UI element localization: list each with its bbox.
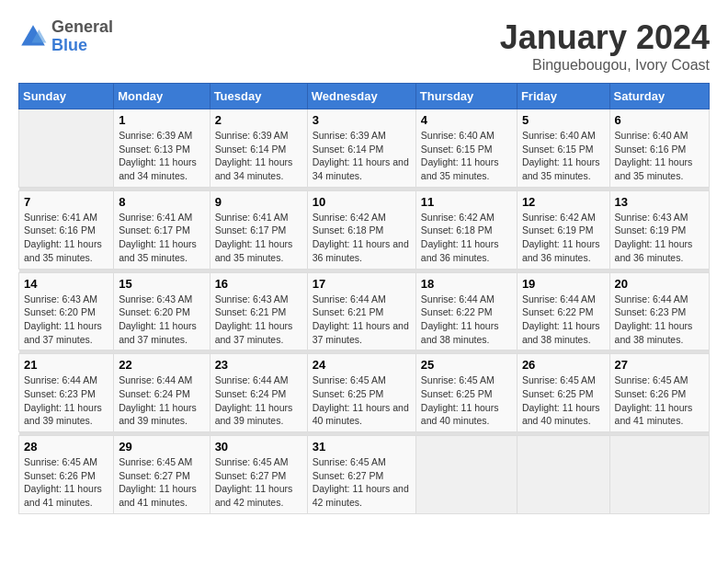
calendar-cell: 7Sunrise: 6:41 AM Sunset: 6:16 PM Daylig… [19, 190, 114, 269]
day-info: Sunrise: 6:45 AM Sunset: 6:25 PM Dayligh… [313, 373, 411, 428]
day-info: Sunrise: 6:41 AM Sunset: 6:17 PM Dayligh… [215, 211, 302, 265]
page-title: January 2024 [500, 18, 710, 57]
day-info: Sunrise: 6:42 AM Sunset: 6:19 PM Dayligh… [522, 211, 605, 265]
calendar-week-row: 1Sunrise: 6:39 AM Sunset: 6:13 PM Daylig… [19, 109, 710, 188]
day-number: 9 [215, 195, 302, 209]
calendar-week-row: 14Sunrise: 6:43 AM Sunset: 6:20 PM Dayli… [19, 272, 710, 350]
day-info: Sunrise: 6:40 AM Sunset: 6:15 PM Dayligh… [421, 129, 512, 183]
calendar-cell: 13Sunrise: 6:43 AM Sunset: 6:19 PM Dayli… [609, 190, 709, 269]
day-info: Sunrise: 6:41 AM Sunset: 6:16 PM Dayligh… [24, 211, 108, 265]
calendar-cell: 26Sunrise: 6:45 AM Sunset: 6:25 PM Dayli… [517, 354, 609, 432]
calendar-cell [517, 436, 609, 514]
calendar-cell: 20Sunrise: 6:44 AM Sunset: 6:23 PM Dayli… [609, 272, 709, 350]
day-info: Sunrise: 6:43 AM Sunset: 6:19 PM Dayligh… [615, 211, 704, 265]
day-number: 17 [313, 277, 411, 291]
day-info: Sunrise: 6:44 AM Sunset: 6:24 PM Dayligh… [215, 373, 302, 428]
day-info: Sunrise: 6:39 AM Sunset: 6:14 PM Dayligh… [215, 129, 302, 183]
calendar-cell: 1Sunrise: 6:39 AM Sunset: 6:13 PM Daylig… [114, 109, 210, 188]
calendar-cell: 30Sunrise: 6:45 AM Sunset: 6:27 PM Dayli… [210, 436, 307, 514]
calendar-cell: 12Sunrise: 6:42 AM Sunset: 6:19 PM Dayli… [517, 190, 609, 269]
day-info: Sunrise: 6:42 AM Sunset: 6:18 PM Dayligh… [421, 211, 512, 265]
day-info: Sunrise: 6:44 AM Sunset: 6:22 PM Dayligh… [522, 293, 605, 347]
day-number: 8 [119, 195, 204, 209]
calendar-cell [415, 436, 517, 514]
logo: General Blue [18, 18, 113, 55]
day-info: Sunrise: 6:45 AM Sunset: 6:26 PM Dayligh… [24, 455, 108, 510]
calendar-week-row: 7Sunrise: 6:41 AM Sunset: 6:16 PM Daylig… [19, 190, 710, 269]
day-info: Sunrise: 6:43 AM Sunset: 6:21 PM Dayligh… [215, 293, 302, 347]
day-number: 21 [24, 358, 108, 372]
header-cell: Saturday [609, 84, 709, 109]
day-number: 1 [119, 113, 204, 127]
calendar-week-row: 21Sunrise: 6:44 AM Sunset: 6:23 PM Dayli… [19, 354, 710, 432]
day-info: Sunrise: 6:40 AM Sunset: 6:16 PM Dayligh… [615, 129, 704, 183]
calendar-cell: 6Sunrise: 6:40 AM Sunset: 6:16 PM Daylig… [609, 109, 709, 188]
day-info: Sunrise: 6:43 AM Sunset: 6:20 PM Dayligh… [24, 293, 108, 347]
day-number: 23 [215, 358, 302, 372]
logo-icon [18, 22, 48, 52]
calendar-cell: 23Sunrise: 6:44 AM Sunset: 6:24 PM Dayli… [210, 354, 307, 432]
calendar-cell: 17Sunrise: 6:44 AM Sunset: 6:21 PM Dayli… [307, 272, 415, 350]
header-cell: Friday [517, 84, 609, 109]
day-number: 29 [119, 440, 204, 454]
day-number: 22 [119, 358, 204, 372]
day-info: Sunrise: 6:40 AM Sunset: 6:15 PM Dayligh… [522, 129, 605, 183]
header-cell: Tuesday [210, 84, 307, 109]
calendar-cell: 25Sunrise: 6:45 AM Sunset: 6:25 PM Dayli… [415, 354, 517, 432]
day-info: Sunrise: 6:42 AM Sunset: 6:18 PM Dayligh… [313, 211, 411, 265]
day-info: Sunrise: 6:45 AM Sunset: 6:27 PM Dayligh… [215, 455, 302, 510]
calendar-week-row: 28Sunrise: 6:45 AM Sunset: 6:26 PM Dayli… [19, 436, 710, 514]
day-info: Sunrise: 6:44 AM Sunset: 6:21 PM Dayligh… [313, 293, 411, 347]
day-number: 2 [215, 113, 302, 127]
day-info: Sunrise: 6:41 AM Sunset: 6:17 PM Dayligh… [119, 211, 204, 265]
day-number: 30 [215, 440, 302, 454]
day-info: Sunrise: 6:44 AM Sunset: 6:23 PM Dayligh… [24, 373, 108, 428]
page-subtitle: Binguebougou, Ivory Coast [500, 57, 710, 74]
calendar-cell [609, 436, 709, 514]
day-number: 12 [522, 195, 605, 209]
day-info: Sunrise: 6:44 AM Sunset: 6:24 PM Dayligh… [119, 373, 204, 428]
calendar-cell: 21Sunrise: 6:44 AM Sunset: 6:23 PM Dayli… [19, 354, 114, 432]
day-number: 28 [24, 440, 108, 454]
calendar-cell: 29Sunrise: 6:45 AM Sunset: 6:27 PM Dayli… [114, 436, 210, 514]
day-number: 25 [421, 358, 512, 372]
day-info: Sunrise: 6:44 AM Sunset: 6:23 PM Dayligh… [615, 293, 704, 347]
day-info: Sunrise: 6:44 AM Sunset: 6:22 PM Dayligh… [421, 293, 512, 347]
calendar-cell: 31Sunrise: 6:45 AM Sunset: 6:27 PM Dayli… [307, 436, 415, 514]
day-number: 5 [522, 113, 605, 127]
logo-general: General [51, 18, 113, 37]
calendar-cell: 11Sunrise: 6:42 AM Sunset: 6:18 PM Dayli… [415, 190, 517, 269]
calendar-cell: 28Sunrise: 6:45 AM Sunset: 6:26 PM Dayli… [19, 436, 114, 514]
day-info: Sunrise: 6:45 AM Sunset: 6:27 PM Dayligh… [313, 455, 411, 510]
day-number: 20 [615, 277, 704, 291]
day-number: 4 [421, 113, 512, 127]
calendar-cell: 16Sunrise: 6:43 AM Sunset: 6:21 PM Dayli… [210, 272, 307, 350]
day-info: Sunrise: 6:43 AM Sunset: 6:20 PM Dayligh… [119, 293, 204, 347]
title-block: January 2024 Binguebougou, Ivory Coast [500, 18, 710, 74]
calendar-cell: 4Sunrise: 6:40 AM Sunset: 6:15 PM Daylig… [415, 109, 517, 188]
day-info: Sunrise: 6:39 AM Sunset: 6:14 PM Dayligh… [313, 129, 411, 183]
day-number: 3 [313, 113, 411, 127]
header-row: SundayMondayTuesdayWednesdayThursdayFrid… [19, 84, 710, 109]
page-header: General Blue January 2024 Binguebougou, … [18, 18, 710, 74]
calendar-cell: 27Sunrise: 6:45 AM Sunset: 6:26 PM Dayli… [609, 354, 709, 432]
header-cell: Thursday [415, 84, 517, 109]
day-number: 19 [522, 277, 605, 291]
calendar-cell: 2Sunrise: 6:39 AM Sunset: 6:14 PM Daylig… [210, 109, 307, 188]
day-number: 15 [119, 277, 204, 291]
day-number: 31 [313, 440, 411, 454]
calendar-cell: 10Sunrise: 6:42 AM Sunset: 6:18 PM Dayli… [307, 190, 415, 269]
calendar-cell: 5Sunrise: 6:40 AM Sunset: 6:15 PM Daylig… [517, 109, 609, 188]
day-number: 13 [615, 195, 704, 209]
day-info: Sunrise: 6:45 AM Sunset: 6:25 PM Dayligh… [522, 373, 605, 428]
day-info: Sunrise: 6:45 AM Sunset: 6:27 PM Dayligh… [119, 455, 204, 510]
calendar-cell: 24Sunrise: 6:45 AM Sunset: 6:25 PM Dayli… [307, 354, 415, 432]
header-cell: Sunday [19, 84, 114, 109]
day-number: 11 [421, 195, 512, 209]
calendar-cell: 8Sunrise: 6:41 AM Sunset: 6:17 PM Daylig… [114, 190, 210, 269]
day-info: Sunrise: 6:39 AM Sunset: 6:13 PM Dayligh… [119, 129, 204, 183]
day-number: 10 [313, 195, 411, 209]
calendar-cell: 22Sunrise: 6:44 AM Sunset: 6:24 PM Dayli… [114, 354, 210, 432]
day-number: 16 [215, 277, 302, 291]
calendar-table: SundayMondayTuesdayWednesdayThursdayFrid… [18, 83, 710, 514]
